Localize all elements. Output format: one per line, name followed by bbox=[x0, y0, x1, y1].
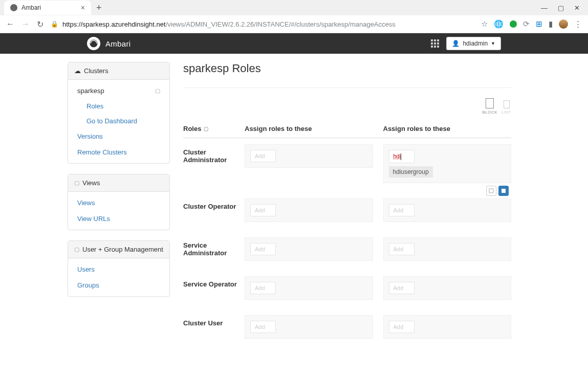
sidebar: ☁ Clusters sparkesp ▢ Roles Go to Dashbo… bbox=[68, 62, 170, 307]
assign-groups-box[interactable]: Add bbox=[383, 276, 512, 300]
sidebar-views[interactable]: Views bbox=[68, 195, 169, 211]
sidebar-roles[interactable]: Roles bbox=[68, 99, 169, 114]
minimize-button[interactable]: — bbox=[541, 4, 548, 12]
forward-button[interactable]: → bbox=[21, 19, 30, 29]
windows-icon[interactable]: ⊞ bbox=[536, 19, 542, 29]
svg-rect-1 bbox=[489, 189, 493, 193]
views-label: Views bbox=[82, 179, 100, 187]
role-row-service-admin: Service Administrator Add Add bbox=[183, 237, 511, 261]
sidebar-cluster-name[interactable]: sparkesp ▢ bbox=[68, 83, 169, 99]
browser-tab[interactable]: Ambari × bbox=[4, 1, 91, 15]
cancel-button[interactable] bbox=[486, 186, 496, 196]
block-label: BLOCK bbox=[482, 110, 497, 115]
user-name: hdiadmin bbox=[463, 40, 488, 47]
user-group-panel: ▢ User + Group Management Users Groups bbox=[68, 240, 170, 297]
sync-icon[interactable]: ⟳ bbox=[523, 19, 530, 29]
assign-users-box[interactable]: Add bbox=[245, 198, 373, 222]
assign-users-box[interactable]: Add bbox=[245, 276, 373, 300]
list-label: LIST bbox=[502, 110, 511, 115]
col-assign2-header: Assign roles to these bbox=[383, 125, 512, 132]
add-input[interactable]: Add bbox=[250, 204, 276, 216]
close-tab-icon[interactable]: × bbox=[81, 4, 85, 12]
sidebar-view-urls[interactable]: View URLs bbox=[68, 211, 169, 227]
add-input[interactable]: Add bbox=[250, 321, 276, 333]
menu-icon[interactable]: ⋮ bbox=[574, 19, 582, 29]
close-window-button[interactable]: ✕ bbox=[574, 4, 580, 12]
col-assign1-header: Assign roles to these bbox=[245, 125, 373, 132]
app-header: Ambari 👤 hdiadmin ▼ bbox=[0, 33, 588, 54]
role-label: Cluster User bbox=[183, 315, 245, 327]
role-label: Cluster Administrator bbox=[183, 144, 245, 164]
main-container: ☁ Clusters sparkesp ▢ Roles Go to Dashbo… bbox=[0, 54, 588, 362]
divider bbox=[183, 87, 511, 88]
tab-bar: Ambari × + — ▢ ✕ bbox=[0, 0, 588, 15]
assign-groups-box[interactable]: Add bbox=[383, 237, 512, 261]
role-label: Cluster Operator bbox=[183, 198, 245, 210]
add-input-active[interactable]: hdi bbox=[389, 150, 415, 163]
new-tab-button[interactable]: + bbox=[91, 1, 107, 15]
add-input[interactable]: Add bbox=[389, 204, 415, 216]
role-row-cluster-user: Cluster User Add Add bbox=[183, 315, 511, 339]
role-label: Service Operator bbox=[183, 276, 245, 288]
apps-grid-icon[interactable] bbox=[431, 39, 439, 48]
reload-button[interactable]: ↻ bbox=[37, 19, 43, 29]
add-input[interactable]: Add bbox=[389, 243, 415, 255]
browser-chrome: Ambari × + — ▢ ✕ ← → ↻ 🔒 https://sparkes… bbox=[0, 0, 588, 33]
add-input[interactable]: Add bbox=[389, 282, 415, 294]
assign-groups-box[interactable]: Add bbox=[383, 315, 512, 339]
users-icon: ▢ bbox=[74, 246, 79, 253]
window-controls: — ▢ ✕ bbox=[541, 4, 588, 12]
globe-icon[interactable]: 🌐 bbox=[494, 19, 504, 29]
sidebar-goto-dashboard[interactable]: Go to Dashboard bbox=[68, 114, 169, 128]
address-bar: ← → ↻ 🔒 https://sparkesp.azurehdinsight.… bbox=[0, 15, 588, 33]
role-row-cluster-operator: Cluster Operator Add Add bbox=[183, 198, 511, 222]
sidebar-versions[interactable]: Versions bbox=[68, 128, 169, 144]
tab-favicon-icon bbox=[10, 4, 17, 11]
clusters-header: ☁ Clusters bbox=[68, 62, 169, 80]
clusters-label: Clusters bbox=[84, 67, 108, 75]
sidebar-remote-clusters[interactable]: Remote Clusters bbox=[68, 144, 169, 160]
profile-avatar-icon[interactable] bbox=[559, 19, 568, 29]
add-input[interactable]: Add bbox=[389, 321, 415, 333]
views-icon: ▢ bbox=[74, 180, 79, 186]
add-input[interactable]: Add bbox=[250, 282, 276, 294]
url-host: https://sparkesp.azurehdinsight.net bbox=[62, 20, 166, 28]
tab-title: Ambari bbox=[21, 4, 41, 11]
roles-table: Roles ▢ Assign roles to these Assign rol… bbox=[183, 120, 511, 339]
page-title: sparkesp Roles bbox=[183, 62, 511, 75]
col-roles-header[interactable]: Roles ▢ bbox=[183, 125, 245, 132]
edit-icon[interactable]: ▢ bbox=[155, 87, 160, 94]
url-field[interactable]: 🔒 https://sparkesp.azurehdinsight.net/vi… bbox=[51, 20, 474, 28]
extension-icon[interactable]: ▮ bbox=[549, 19, 553, 29]
sidebar-groups[interactable]: Groups bbox=[68, 277, 169, 293]
address-bar-icons: ☆ 🌐 ⟳ ⊞ ▮ ⋮ bbox=[481, 19, 582, 29]
maximize-button[interactable]: ▢ bbox=[558, 4, 564, 12]
confirm-button[interactable] bbox=[498, 186, 509, 196]
assign-groups-box[interactable]: Add bbox=[383, 198, 512, 222]
autocomplete-suggestion[interactable]: hdiusergroup bbox=[389, 166, 433, 178]
sidebar-users[interactable]: Users bbox=[68, 261, 169, 277]
add-input[interactable]: Add bbox=[250, 150, 276, 162]
block-icon bbox=[486, 98, 494, 108]
ambari-logo-icon[interactable] bbox=[87, 37, 100, 50]
extension-green-icon[interactable] bbox=[510, 20, 517, 28]
list-icon bbox=[504, 100, 510, 108]
user-icon: 👤 bbox=[452, 40, 460, 47]
assign-groups-box[interactable]: hdi hdiusergroup bbox=[383, 144, 512, 183]
back-button[interactable]: ← bbox=[6, 19, 14, 29]
bookmark-icon[interactable]: ☆ bbox=[481, 19, 488, 29]
view-toggle: BLOCK LIST bbox=[183, 98, 511, 115]
assign-users-box[interactable]: Add bbox=[245, 237, 373, 261]
clusters-panel: ☁ Clusters sparkesp ▢ Roles Go to Dashbo… bbox=[68, 62, 170, 164]
list-view-button[interactable]: LIST bbox=[502, 100, 511, 115]
svg-rect-2 bbox=[502, 189, 506, 193]
app-title: Ambari bbox=[105, 39, 130, 48]
views-header: ▢ Views bbox=[68, 174, 169, 192]
assign-users-box[interactable]: Add bbox=[245, 315, 373, 339]
action-buttons bbox=[486, 186, 509, 196]
views-panel: ▢ Views Views View URLs bbox=[68, 174, 170, 230]
add-input[interactable]: Add bbox=[250, 243, 276, 255]
user-menu-button[interactable]: 👤 hdiadmin ▼ bbox=[446, 37, 501, 50]
assign-users-box[interactable]: Add bbox=[245, 144, 373, 168]
block-view-button[interactable]: BLOCK bbox=[482, 98, 497, 115]
